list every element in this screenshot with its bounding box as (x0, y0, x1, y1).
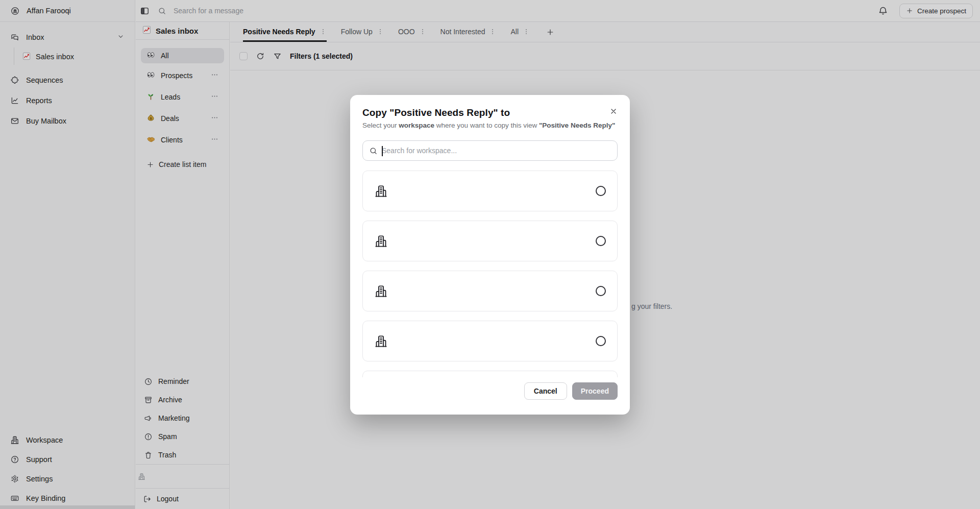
search-icon (369, 147, 378, 155)
text-caret (382, 146, 383, 156)
modal-footer: Cancel Proceed (362, 382, 618, 400)
modal-subtitle: Select your workspace where you want to … (362, 122, 618, 129)
app-root: Affan Farooqi Inbox Sales inbox Sequence… (0, 0, 980, 509)
building-icon (374, 284, 388, 298)
copy-view-modal: Copy "Positive Needs Reply" to Select yo… (350, 95, 630, 415)
workspace-search[interactable] (362, 140, 618, 161)
cancel-button[interactable]: Cancel (524, 382, 567, 400)
workspace-option[interactable] (362, 221, 618, 261)
workspace-option[interactable] (362, 171, 618, 211)
workspace-radio[interactable] (596, 286, 606, 296)
building-icon (374, 184, 388, 198)
workspace-search-input[interactable] (382, 147, 611, 155)
modal-title: Copy "Positive Needs Reply" to (362, 107, 618, 118)
building-icon (374, 234, 388, 248)
workspace-option[interactable] (362, 321, 618, 361)
workspace-radio[interactable] (596, 336, 606, 346)
workspace-options-list (362, 171, 618, 377)
proceed-button[interactable]: Proceed (572, 382, 618, 400)
building-icon (374, 334, 388, 348)
workspace-radio[interactable] (596, 186, 606, 196)
close-icon[interactable] (607, 105, 620, 117)
workspace-option[interactable] (362, 371, 618, 377)
workspace-option[interactable] (362, 271, 618, 311)
workspace-radio[interactable] (596, 236, 606, 246)
